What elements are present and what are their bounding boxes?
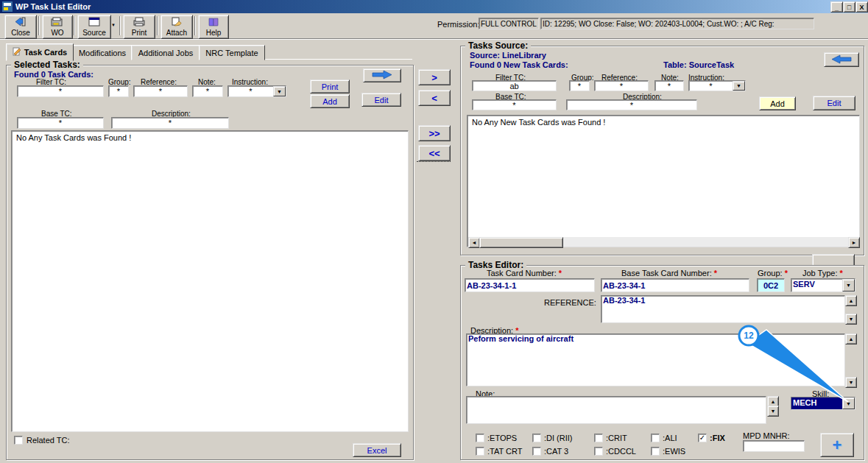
tat-crt-checkbox[interactable] [476, 447, 484, 456]
mpd-mnhr-input[interactable] [743, 440, 805, 452]
title-bar: WP Task List Editor _ □ X [0, 0, 868, 13]
source-tasks-list[interactable]: No Any New Task Cards was Found ! [467, 115, 860, 247]
source-button[interactable]: Source [77, 15, 111, 39]
close-icon [15, 17, 27, 28]
edit-source-task-button[interactable]: Edit [813, 96, 855, 110]
etops-label: :ETOPS [487, 434, 517, 442]
tab-modifications[interactable]: Modifications [72, 45, 133, 60]
fix-checkbox[interactable]: ✓ [698, 434, 707, 442]
close-window-button[interactable]: X [855, 1, 868, 13]
group-input[interactable] [569, 80, 590, 91]
selected-tasks-panel: Selected Tasks: Found 0 Task Cards: Filt… [6, 65, 414, 460]
tab-nrc-template[interactable]: NRC Template [199, 45, 265, 60]
toolbar-separator [194, 16, 196, 35]
scroll-down-icon[interactable]: ▼ [845, 314, 857, 325]
help-icon [208, 17, 219, 28]
tab-additional-jobs[interactable]: Additional Jobs [131, 45, 200, 60]
print-button[interactable]: Print [123, 15, 155, 39]
note-input[interactable] [192, 85, 223, 97]
base-task-card-number-label: Base Task Card Number: * [621, 269, 717, 278]
add-source-task-button[interactable]: Add [759, 96, 796, 110]
scroll-up-icon[interactable]: ▲ [845, 295, 857, 306]
scrollbar-thumb[interactable] [479, 237, 563, 248]
tasks-source-panel: Tasks Source: Source: LineLibrary Found … [460, 46, 864, 255]
cat3-checkbox[interactable] [532, 447, 541, 456]
help-button[interactable]: Help [198, 15, 229, 39]
reference-input[interactable] [133, 85, 188, 97]
permission-label: Permission: [437, 20, 479, 29]
note-textbox[interactable] [466, 396, 766, 424]
skill-select[interactable]: MECH ▼ [791, 397, 855, 410]
base-tc-input[interactable] [472, 99, 557, 110]
cdccl-checkbox[interactable] [594, 447, 603, 456]
move-source-left-button[interactable] [824, 52, 859, 67]
task-card-number-input[interactable] [465, 278, 595, 292]
group-input[interactable] [757, 278, 785, 292]
group-input[interactable] [108, 85, 129, 97]
source-dropdown-arrow[interactable]: ▼ [110, 19, 117, 31]
description-textbox[interactable]: Peform servicing of aircraft [466, 333, 845, 386]
instruction-select[interactable]: * ▼ [688, 80, 746, 91]
scroll-down-icon[interactable]: ▼ [767, 406, 779, 417]
ali-label: :ALI [663, 434, 677, 442]
chevron-down-icon[interactable]: ▼ [842, 279, 855, 291]
reference-textbox[interactable]: AB-23-34-1 [601, 295, 845, 323]
close-button[interactable]: Close [4, 15, 37, 39]
window-title: WP Task List Editor [15, 2, 91, 11]
add-task-button[interactable]: Add [310, 94, 350, 108]
move-right-button[interactable]: > [418, 69, 451, 85]
scroll-down-icon[interactable]: ▼ [845, 377, 857, 388]
attach-button[interactable]: Attach [160, 15, 193, 39]
excel-export-button[interactable]: Excel [353, 443, 401, 457]
wo-button[interactable]: WO [42, 15, 73, 39]
move-all-right-button[interactable]: >> [418, 125, 451, 141]
crit-checkbox[interactable] [594, 434, 603, 442]
tat-crt-label: :TAT CRT [487, 447, 522, 456]
instruction-select[interactable]: * ▼ [227, 85, 286, 97]
ewis-checkbox[interactable] [651, 447, 660, 456]
plus-icon: + [833, 437, 842, 453]
app-icon [2, 1, 13, 13]
selected-tasks-title: Selected Tasks: [11, 60, 83, 70]
minimize-button[interactable]: _ [830, 1, 843, 13]
move-all-left-button[interactable]: << [418, 145, 451, 161]
ali-checkbox[interactable] [651, 434, 660, 442]
reference-input[interactable] [594, 80, 649, 91]
scroll-left-icon[interactable]: ◄ [468, 237, 480, 248]
group-label: Group: * [758, 269, 788, 278]
related-tc-label: Related TC: [27, 436, 70, 445]
source-name: Source: LineLibrary [470, 51, 546, 60]
description-input[interactable] [111, 117, 229, 129]
description-input[interactable] [566, 99, 697, 110]
required-marker: * [840, 269, 843, 278]
toolbar-separator [119, 16, 121, 35]
job-type-select[interactable]: SERV ▼ [791, 278, 855, 292]
maximize-button[interactable]: □ [843, 1, 855, 13]
move-selected-right-button[interactable] [363, 68, 401, 82]
chevron-down-icon[interactable]: ▼ [733, 81, 745, 91]
selected-tasks-list[interactable]: No Any Task Cards was Found ! [11, 130, 409, 432]
edit-task-button[interactable]: Edit [361, 93, 401, 107]
move-left-button[interactable]: < [418, 90, 451, 106]
attach-icon [171, 17, 183, 28]
scroll-up-icon[interactable]: ▲ [845, 333, 857, 344]
chevron-down-icon[interactable]: ▼ [842, 397, 855, 409]
related-tc-checkbox[interactable] [14, 436, 23, 445]
note-input[interactable] [654, 80, 684, 91]
tab-task-cards[interactable]: Task Cards [6, 43, 74, 61]
di-rii-checkbox[interactable] [532, 434, 541, 442]
base-task-card-number-input[interactable] [601, 278, 749, 292]
filter-tc-input[interactable] [472, 80, 557, 91]
base-tc-input[interactable] [17, 117, 104, 129]
ewis-label: :EWIS [663, 447, 685, 456]
tasks-editor-panel: Tasks Editor: Task Card Number: * Base T… [460, 265, 864, 460]
filter-tc-input[interactable] [17, 85, 104, 97]
print-tasks-button[interactable]: Print [310, 79, 350, 93]
task-cards-tab-icon [13, 47, 21, 57]
etops-checkbox[interactable] [476, 434, 484, 442]
required-marker: * [785, 269, 788, 278]
scroll-right-icon[interactable]: ► [848, 237, 860, 248]
chevron-down-icon[interactable]: ▼ [273, 86, 286, 96]
empty-list-message: No Any Task Cards was Found ! [13, 131, 406, 144]
add-new-task-button[interactable]: + [820, 433, 854, 457]
